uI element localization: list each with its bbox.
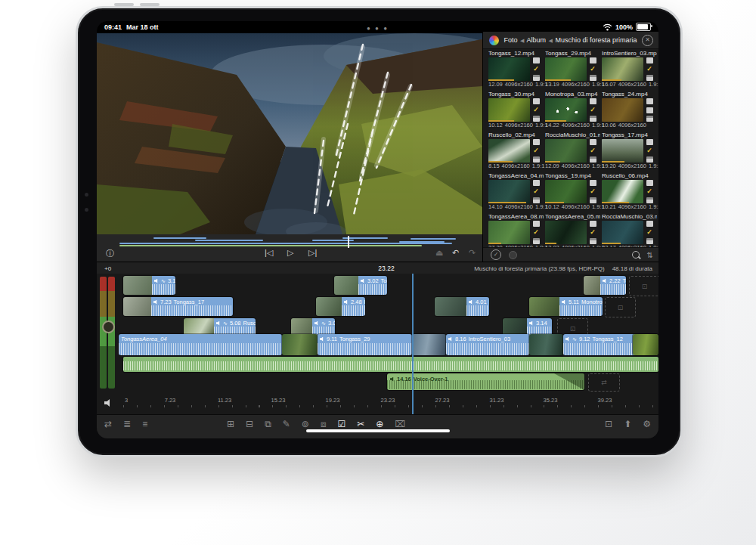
home-indicator[interactable]: [306, 429, 450, 432]
audio-level-meter[interactable]: [100, 277, 121, 407]
media-item[interactable]: IntroSentiero_03.mp4 ✓ 16.074096x21601.9…: [602, 50, 657, 91]
breadcrumb-root[interactable]: Foto: [504, 36, 518, 44]
timeline-clip[interactable]: 2.22Tonga: [584, 276, 626, 295]
share-icon[interactable]: ⬆: [624, 419, 631, 429]
clapboard-icon[interactable]: [646, 238, 653, 244]
photos-app-icon[interactable]: [489, 36, 499, 45]
volume-down-button[interactable]: [140, 3, 160, 6]
clapboard-icon[interactable]: [590, 238, 596, 244]
media-item[interactable]: RocciaMuschio_01.mp4 ✓ 12.094096x21601.9…: [545, 132, 600, 172]
media-thumbnail[interactable]: [602, 57, 643, 81]
timeline-clip[interactable]: 4.01R: [435, 297, 489, 316]
record-icon[interactable]: [509, 251, 517, 259]
checkmark-icon[interactable]: ✓: [533, 66, 539, 73]
timeline-clip[interactable]: 7.23Tongass_17: [123, 297, 233, 316]
close-panel-icon[interactable]: ✕: [642, 35, 653, 46]
playhead[interactable]: [412, 274, 414, 414]
photo-frame-icon[interactable]: [590, 139, 596, 145]
audio-placeholder[interactable]: ⇄: [588, 373, 620, 392]
multi-select-tool-icon[interactable]: ☑: [337, 419, 345, 429]
checkmark-icon[interactable]: ✓: [533, 147, 539, 154]
snapshot-icon[interactable]: ⊚: [302, 419, 309, 429]
media-thumbnail[interactable]: [545, 57, 587, 81]
edit-pencil-icon[interactable]: ✎: [283, 419, 290, 429]
media-thumbnail[interactable]: [602, 98, 643, 122]
overlay-placeholder[interactable]: ⊡: [629, 276, 658, 296]
checkmark-icon[interactable]: ✓: [533, 107, 539, 113]
paste-attributes-icon[interactable]: ⧈: [321, 419, 327, 429]
split-scissors-icon[interactable]: ✂: [357, 419, 364, 429]
play-button[interactable]: ▷: [287, 248, 293, 258]
overlay-placeholder[interactable]: ⊡: [605, 297, 636, 317]
sort-icon[interactable]: ⇅: [647, 251, 653, 259]
clapboard-icon[interactable]: [533, 75, 540, 81]
photo-frame-icon[interactable]: [646, 180, 653, 186]
timeline-clip[interactable]: 2.48Rusc: [316, 297, 365, 316]
clapboard-icon[interactable]: [646, 116, 653, 122]
clapboard-icon[interactable]: [646, 156, 653, 163]
timeline-overview[interactable]: [119, 237, 467, 247]
clapboard-icon[interactable]: [533, 156, 540, 163]
media-thumbnail[interactable]: [545, 98, 587, 122]
checkmark-icon[interactable]: ✓: [590, 229, 596, 236]
timeline-clip-main[interactable]: 9.11Tongass_29: [318, 334, 412, 355]
timeline-clip-main[interactable]: 8.16IntroSentiero_03: [446, 334, 529, 355]
breadcrumb[interactable]: Foto ◀ Album ◀ Muschio di foresta primar…: [499, 36, 642, 44]
timeline-clip-thumb[interactable]: [529, 334, 563, 355]
media-thumbnail[interactable]: [602, 221, 643, 244]
search-icon[interactable]: [632, 251, 640, 259]
skip-back-button[interactable]: |◁: [265, 248, 273, 258]
checkmark-icon[interactable]: ✓: [590, 188, 596, 195]
overwrite-clip-icon[interactable]: ⊟: [246, 419, 253, 429]
volume-up-button[interactable]: [114, 3, 134, 6]
media-thumbnail[interactable]: [488, 98, 530, 122]
clapboard-icon[interactable]: [590, 197, 596, 203]
media-thumbnail[interactable]: [488, 139, 530, 163]
undo-button[interactable]: ↶: [452, 248, 459, 258]
time-ruler[interactable]: 3 7.23 11.23 15.23 19.23 23.23 27.23 31.…: [123, 396, 658, 413]
clapboard-icon[interactable]: [533, 116, 540, 122]
checkmark-icon[interactable]: ✓: [646, 229, 652, 236]
photo-frame-icon[interactable]: [646, 221, 653, 227]
photo-frame-icon[interactable]: [533, 139, 540, 145]
media-thumbnail[interactable]: [488, 221, 530, 244]
checkmark-icon[interactable]: ✓: [533, 229, 539, 236]
insert-clip-icon[interactable]: ⊞: [227, 419, 234, 429]
photo-frame-icon[interactable]: [533, 221, 540, 227]
add-plus-icon[interactable]: ⊕: [376, 419, 383, 429]
media-thumbnail[interactable]: [545, 221, 587, 244]
checkmark-icon[interactable]: ✓: [590, 66, 596, 73]
timeline-clip[interactable]: ∿3.1: [123, 276, 175, 295]
clapboard-icon[interactable]: [590, 156, 596, 163]
clapboard-icon[interactable]: [533, 238, 540, 244]
media-item[interactable]: Tongass_12.mp4 ✓ 12.094096x21601.9:1: [488, 50, 544, 91]
media-item[interactable]: Tongass_30.mp4 ✓ 10.124096x21601.9:1: [488, 91, 544, 132]
media-item[interactable]: Ruscello_02.mp4 ✓ 8.154096x21601.9:1: [488, 132, 544, 172]
media-item[interactable]: Tongass_24.mp4 ✓ 10.064096x2160: [602, 91, 657, 132]
track-header-icon[interactable]: ≡: [142, 419, 147, 429]
photo-frame-icon[interactable]: [646, 139, 653, 145]
clapboard-icon[interactable]: [590, 116, 596, 122]
settings-gear-icon[interactable]: ⚙: [643, 419, 651, 429]
media-thumbnail[interactable]: [602, 139, 643, 163]
media-item[interactable]: Tongass_17.mp4 ✓ 19.204096x21601.9:1: [602, 132, 657, 172]
timeline-clip[interactable]: 3.02Tongas: [334, 276, 387, 295]
clapboard-icon[interactable]: [590, 75, 596, 81]
checkmark-icon[interactable]: ✓: [533, 188, 539, 195]
photo-frame-icon[interactable]: [533, 57, 540, 63]
media-thumbnail[interactable]: [545, 180, 587, 203]
media-item[interactable]: Monotropa_03.mp4 ✓ 14.224096x21601.9:1: [545, 91, 600, 132]
dual-display-icon[interactable]: ⊡: [605, 419, 612, 429]
photo-frame-icon[interactable]: [533, 98, 540, 104]
media-thumbnail[interactable]: [488, 180, 530, 203]
clip-info-icon[interactable]: ≣: [123, 419, 131, 429]
media-item[interactable]: Ruscello_06.mp4 ✓ 10.214096x21601.9:1: [602, 172, 657, 213]
media-item[interactable]: Tongass_19.mp4 ✓ 10.124096x21601.9:1: [545, 172, 600, 213]
skip-forward-button[interactable]: ▷|: [308, 248, 317, 258]
voiceover-clip[interactable]: 14.16Voice-Over-1: [387, 373, 584, 390]
photo-frame-icon[interactable]: [646, 57, 653, 63]
media-item[interactable]: Tongass_29.mp4 ✓ 13.194096x21601.9:1: [545, 50, 600, 91]
media-thumbnail[interactable]: [602, 180, 643, 203]
media-thumbnail[interactable]: [488, 57, 530, 81]
timeline-clip-thumb[interactable]: [282, 334, 318, 355]
